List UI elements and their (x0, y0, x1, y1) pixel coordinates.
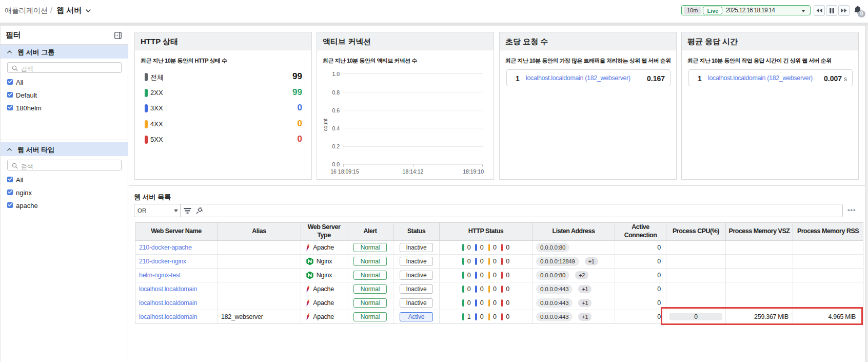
svg-text:18:14:12: 18:14:12 (403, 168, 424, 175)
svg-text:0.8: 0.8 (332, 89, 340, 96)
svg-text:0.0: 0.0 (332, 161, 340, 167)
svg-text:0.6: 0.6 (332, 107, 340, 113)
svg-text:count: count (323, 119, 328, 131)
svg-text:0.4: 0.4 (332, 125, 340, 131)
svg-text:1.0: 1.0 (332, 71, 340, 77)
svg-text:16 18:09:15: 16 18:09:15 (330, 168, 359, 175)
svg-text:0.2: 0.2 (332, 143, 340, 149)
svg-text:18:19:10: 18:19:10 (463, 168, 484, 175)
